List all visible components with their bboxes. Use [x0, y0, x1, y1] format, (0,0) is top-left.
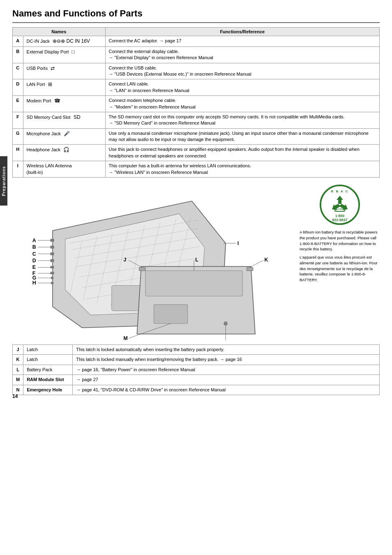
svg-rect-49 [247, 267, 253, 271]
svg-text:M: M [124, 335, 128, 340]
svg-text:J: J [124, 257, 127, 263]
svg-rect-23 [51, 272, 54, 274]
svg-text:D: D [32, 258, 36, 264]
side-tab-label: Preparations [2, 166, 6, 196]
row-name-D: LAN Port ⊞ [23, 79, 105, 96]
bottom-function-L: → page 16, "Battery Power" in onscreen R… [73, 365, 380, 375]
row-name-H: Headphone Jack 🎧 [23, 145, 105, 161]
bottom-letter-L: L [13, 365, 23, 375]
row-letter-E: E [13, 96, 23, 112]
col-header-names: Names [13, 28, 106, 36]
row-name-G: Microphone Jack 🎤 [23, 128, 105, 145]
svg-line-52 [250, 260, 264, 267]
bottom-name-M: RAM Module Slot [23, 375, 73, 385]
row-letter-C: C [13, 63, 23, 79]
row-name-B: External Display Port □ [23, 46, 105, 63]
row-letter-D: D [13, 79, 23, 96]
parts-table: Names Functions/Reference ADC-IN Jack ⊕⊖… [12, 27, 380, 178]
row-letter-I: I [13, 161, 23, 178]
bottom-name-N: Emergency Hole [23, 385, 73, 395]
side-tab: Preparations [0, 156, 7, 206]
diagram-area: I A B C D E F G H [12, 184, 380, 340]
svg-point-47 [224, 322, 227, 325]
row-letter-G: G [13, 128, 23, 145]
row-function-F: The SD memory card slot on this computer… [105, 112, 379, 128]
svg-text:E: E [32, 264, 36, 270]
laptop-diagram-svg: I A B C D E F G H [12, 184, 295, 340]
svg-text:R  B  A  C: R B A C [331, 190, 348, 193]
port-icon-C: ⇄ [49, 65, 55, 71]
laptop-diagram-wrapper: I A B C D E F G H [12, 184, 295, 340]
recycle-panel: R B A C Li·ion 1·800 822·8837 [300, 184, 380, 340]
bottom-name-J: Latch [23, 345, 73, 355]
row-letter-F: F [13, 112, 23, 128]
bottom-function-J: This latch is locked automatically when … [73, 345, 380, 355]
svg-text:I: I [238, 240, 239, 246]
row-name-F: SD Memory Card Slot SD [23, 112, 105, 128]
row-letter-H: H [13, 145, 23, 161]
port-icon-E: ☎ [53, 98, 60, 104]
svg-rect-45 [145, 271, 242, 296]
row-letter-A: A [13, 36, 23, 47]
svg-text:B: B [32, 244, 36, 250]
svg-text:822·8837: 822·8837 [332, 218, 348, 222]
row-letter-B: B [13, 46, 23, 63]
port-icon-G: 🎤 [62, 131, 70, 136]
row-name-I: Wireless LAN Antenna(built-in) [23, 161, 105, 178]
port-icon-H: 🎧 [62, 147, 69, 153]
row-name-C: USB Ports ⇄ [23, 63, 105, 79]
row-function-H: Use this jack to connect headphones or a… [105, 145, 379, 161]
bottom-letter-K: K [13, 355, 23, 365]
bottom-function-N: → page 41, "DVD-ROM & CD-R/RW Drive" in … [73, 385, 380, 395]
row-name-E: Modem Port ☎ [23, 96, 105, 112]
bottom-name-K: Latch [23, 355, 73, 365]
row-function-D: Connect LAN cable.→ "LAN" in onscreen Re… [105, 79, 379, 96]
svg-text:H: H [32, 280, 36, 286]
row-name-A: DC-IN Jack ⊕⊖⊕ DC IN 16V [23, 36, 105, 47]
row-function-A: Connect the AC adaptor. → page 17 [105, 36, 379, 47]
row-function-B: Connect the external display cable.→ "Ex… [105, 46, 379, 63]
svg-rect-46 [154, 305, 188, 324]
bottom-function-M: → page 27 [73, 375, 380, 385]
page-number: 14 [12, 393, 18, 399]
svg-text:1·800: 1·800 [335, 214, 344, 218]
svg-rect-67 [344, 207, 346, 210]
recycle-badge-svg: R B A C Li·ion 1·800 822·8837 [319, 184, 360, 225]
bottom-table: JLatchThis latch is locked automatically… [12, 345, 380, 395]
svg-rect-48 [139, 267, 145, 271]
recycle-text-en: A lithium ion battery that is recyclable… [300, 229, 380, 285]
bottom-name-L: Battery Pack [23, 365, 73, 375]
port-icon-F: SD [72, 114, 81, 120]
row-function-I: This computer has a built-in antenna for… [105, 161, 379, 178]
bottom-function-K: This latch is locked manually when inser… [73, 355, 380, 365]
page-title: Names and Functions of Parts [12, 8, 380, 19]
row-function-C: Connect the USB cable.→ "USB Devices (Ex… [105, 63, 379, 79]
port-icon-D: ⊞ [46, 81, 52, 87]
svg-text:L: L [195, 257, 198, 263]
svg-text:C: C [32, 251, 36, 257]
col-header-functions: Functions/Reference [105, 28, 379, 36]
port-icon-A: ⊕⊖⊕ DC IN 16V [51, 38, 90, 44]
svg-text:A: A [32, 238, 36, 243]
bottom-letter-J: J [13, 345, 23, 355]
row-function-G: Use only a monaural condenser microphone… [105, 128, 379, 145]
port-icon-B: □ [70, 49, 75, 55]
svg-rect-22 [51, 266, 54, 268]
row-function-E: Connect modem telephone cable.→ "Modem" … [105, 96, 379, 112]
svg-text:K: K [265, 257, 268, 263]
bottom-letter-M: M [13, 375, 23, 385]
svg-text:Li·ion: Li·ion [337, 208, 343, 210]
